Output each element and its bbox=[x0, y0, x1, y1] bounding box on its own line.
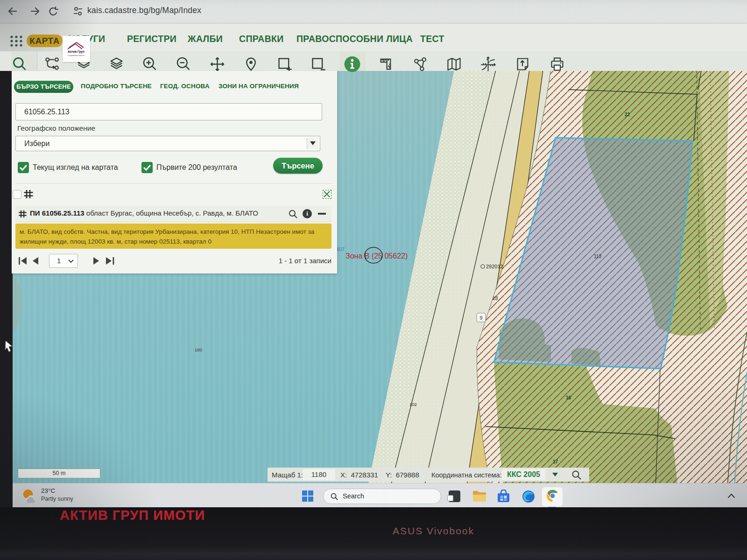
svg-text:100: 100 bbox=[195, 347, 202, 352]
svg-text:292012: 292012 bbox=[486, 264, 503, 269]
svg-text:9: 9 bbox=[480, 315, 483, 321]
svg-text:недвижими имоти: недвижими имоти bbox=[68, 54, 85, 56]
svg-text:102: 102 bbox=[409, 402, 417, 407]
svg-text:16: 16 bbox=[566, 395, 571, 400]
svg-text:17: 17 bbox=[553, 459, 558, 464]
svg-text:18: 18 bbox=[493, 295, 498, 301]
svg-text:113: 113 bbox=[594, 254, 601, 259]
svg-text:Актив Груп: Актив Груп bbox=[68, 50, 85, 54]
svg-text:Зона В (25 05622): Зона В (25 05622) bbox=[345, 252, 408, 260]
svg-text:22: 22 bbox=[625, 112, 630, 117]
